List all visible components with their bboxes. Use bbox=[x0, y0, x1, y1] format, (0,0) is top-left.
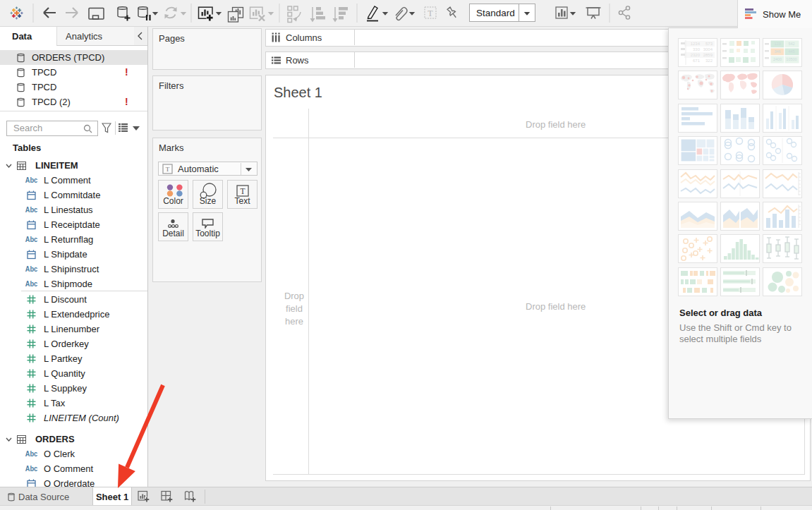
svg-text:346: 346 bbox=[774, 49, 780, 54]
svg-text:2320: 2320 bbox=[691, 53, 701, 57]
svg-text:Standard: Standard bbox=[476, 8, 515, 18]
svg-text:445: 445 bbox=[788, 49, 794, 54]
svg-text:330: 330 bbox=[693, 47, 701, 51]
svg-text:542: 542 bbox=[788, 42, 794, 46]
svg-text:T: T bbox=[166, 166, 170, 173]
svg-text:573: 573 bbox=[705, 42, 713, 46]
svg-text:123: 123 bbox=[774, 42, 780, 46]
svg-text:T: T bbox=[240, 187, 245, 195]
svg-text:1234: 1234 bbox=[691, 42, 701, 46]
svg-text:671: 671 bbox=[693, 59, 701, 63]
svg-text:2400: 2400 bbox=[773, 57, 782, 61]
svg-text:T: T bbox=[428, 8, 433, 18]
svg-text:322: 322 bbox=[705, 59, 713, 63]
svg-text:2859: 2859 bbox=[703, 53, 713, 57]
svg-text:10500: 10500 bbox=[786, 57, 796, 61]
svg-text:3004: 3004 bbox=[703, 47, 713, 51]
